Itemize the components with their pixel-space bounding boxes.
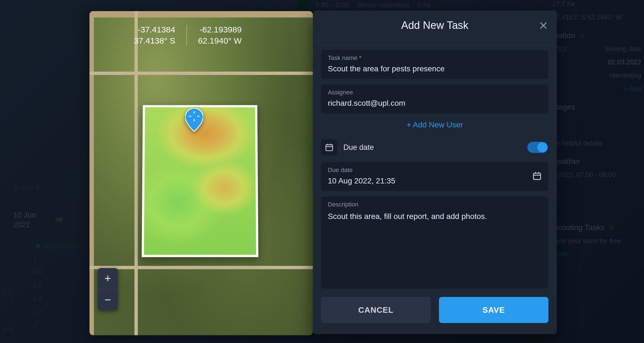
cancel-button[interactable]: CANCEL xyxy=(321,297,431,323)
task-name-label: Task name * xyxy=(328,54,542,62)
assignee-input[interactable] xyxy=(328,99,542,108)
svg-rect-6 xyxy=(326,145,333,151)
due-date-group[interactable]: Due date xyxy=(321,162,548,191)
zoom-controls: + − xyxy=(98,268,118,310)
zoom-out-button[interactable]: − xyxy=(98,289,118,310)
lat-raw: -37.41384 xyxy=(134,25,175,34)
lat-fmt: 37.4138° S xyxy=(134,36,175,46)
description-label: Description xyxy=(328,201,542,208)
modal-footer: CANCEL SAVE xyxy=(313,297,557,334)
assignee-group[interactable]: Assignee xyxy=(321,84,548,113)
description-input[interactable] xyxy=(328,211,542,250)
lon-fmt: 62.1940° W xyxy=(198,36,242,46)
coords-divider xyxy=(186,25,187,46)
calendar-icon[interactable] xyxy=(532,171,542,182)
toggle-knob xyxy=(537,142,547,152)
modal-body: Task name * Assignee + Add New User Due … xyxy=(313,41,557,297)
coordinates-display: -37.41384 37.4138° S -62.193989 62.1940°… xyxy=(134,25,242,46)
add-new-user-link[interactable]: + Add New User xyxy=(321,119,548,133)
description-group[interactable]: Description xyxy=(321,196,548,289)
due-date-input[interactable] xyxy=(328,176,542,185)
close-icon[interactable] xyxy=(538,21,548,31)
map-road xyxy=(134,11,138,335)
lon-raw: -62.193989 xyxy=(198,25,242,34)
add-task-modal: Add New Task Task name * Assignee + Add … xyxy=(313,11,557,334)
due-date-toggle-label: Due date xyxy=(343,143,521,152)
svg-rect-10 xyxy=(533,173,541,180)
due-date-toggle[interactable] xyxy=(527,142,548,153)
map-road xyxy=(89,72,313,75)
calendar-icon xyxy=(321,139,337,155)
save-button[interactable]: SAVE xyxy=(439,297,548,323)
zoom-in-button[interactable]: + xyxy=(98,268,118,289)
due-date-label: Due date xyxy=(328,167,542,174)
map-panel[interactable]: -37.41384 37.4138° S -62.193989 62.1940°… xyxy=(89,11,313,335)
task-name-group[interactable]: Task name * xyxy=(321,50,548,79)
task-name-input[interactable] xyxy=(328,64,542,73)
due-date-toggle-row: Due date xyxy=(321,138,548,157)
map-road xyxy=(89,266,313,269)
modal-title: Add New Task xyxy=(401,19,468,31)
modal-header: Add New Task xyxy=(313,11,557,41)
map-pin-icon[interactable] xyxy=(185,108,203,132)
assignee-label: Assignee xyxy=(328,89,542,96)
